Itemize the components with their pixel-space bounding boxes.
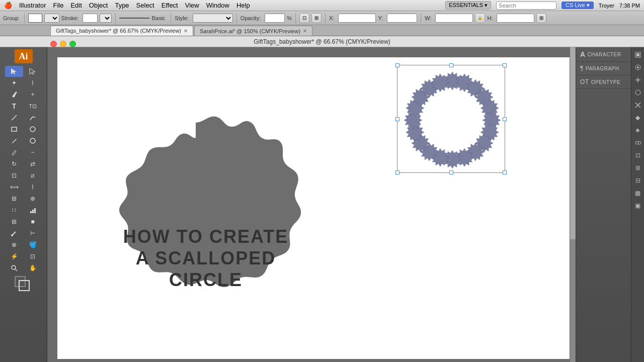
- vertical-scrollbar[interactable]: [570, 47, 576, 362]
- rotate-tool[interactable]: ↻: [5, 158, 23, 169]
- tab-gifttags[interactable]: GiftTags_babyshower* @ 66.67% (CMYK/Prev…: [50, 26, 193, 36]
- panel-btn-3[interactable]: [632, 74, 643, 85]
- panel-btn-7[interactable]: ♣: [632, 125, 643, 136]
- menu-file[interactable]: File: [53, 2, 63, 9]
- tab-sarahprice[interactable]: SarahPrice.ai* @ 150% (CMYK/Preview) ✕: [194, 26, 312, 36]
- width-tool[interactable]: ⟺: [5, 182, 23, 193]
- rectangle-tool[interactable]: [5, 124, 23, 135]
- crop-tool[interactable]: ⊡: [24, 251, 42, 262]
- cs-live-btn[interactable]: CS Live ▾: [561, 2, 594, 9]
- transform-btn[interactable]: ⊞: [311, 13, 321, 23]
- panel-btn-2[interactable]: [632, 62, 643, 73]
- handle-tr[interactable]: [503, 63, 507, 67]
- document-title-bar: GiftTags_babyshower* @ 66.67% (CMYK/Prev…: [0, 36, 644, 47]
- shear-tool[interactable]: ⧄: [24, 170, 42, 181]
- area-type-tool[interactable]: T⊡: [24, 101, 42, 112]
- zoom-tool[interactable]: [5, 262, 23, 274]
- menu-illustrator[interactable]: Illustrator: [19, 2, 46, 9]
- lock-proportions-btn[interactable]: 🔒: [475, 13, 485, 23]
- y-input[interactable]: 5.111 in: [387, 14, 417, 23]
- opentype-label[interactable]: OT OPENTYPE: [580, 78, 627, 85]
- paragraph-label[interactable]: ¶ PARAGRAPH: [580, 65, 627, 72]
- type-tool[interactable]: T: [5, 101, 23, 112]
- mesh-tool[interactable]: ⊞: [5, 216, 23, 227]
- lasso-tool[interactable]: ⌇: [24, 77, 42, 88]
- scrollbar-thumb-v[interactable]: [570, 47, 576, 239]
- pencil-tool[interactable]: [5, 147, 23, 158]
- panel-btn-11[interactable]: ⊟: [632, 175, 643, 186]
- menu-effect[interactable]: Effect: [162, 2, 178, 9]
- panel-btn-1[interactable]: [632, 49, 643, 60]
- ellipse-tool[interactable]: [24, 124, 42, 135]
- free-transform-tool[interactable]: ⊞: [5, 193, 23, 204]
- panel-btn-9[interactable]: ⊡: [632, 150, 643, 161]
- live-paint-tool[interactable]: 🪣: [24, 239, 42, 250]
- opentype-icon: OT: [580, 78, 589, 85]
- magic-wand-tool[interactable]: ✦: [5, 77, 23, 88]
- close-btn[interactable]: [50, 41, 57, 47]
- maximize-btn[interactable]: [69, 41, 76, 47]
- handle-bc[interactable]: [449, 170, 453, 174]
- menu-view[interactable]: View: [185, 2, 199, 9]
- tab-close-sarahprice[interactable]: ✕: [303, 28, 307, 34]
- stroke-input[interactable]: [83, 14, 98, 23]
- smooth-tool[interactable]: ~: [24, 147, 42, 158]
- scale-tool[interactable]: ⊡: [5, 170, 23, 181]
- add-anchor-tool[interactable]: +: [24, 89, 42, 100]
- menu-help[interactable]: Help: [236, 2, 250, 9]
- panel-btn-4[interactable]: [632, 87, 643, 98]
- menu-edit[interactable]: Edit: [70, 2, 82, 9]
- warp-tool[interactable]: ⌇: [24, 182, 42, 193]
- menu-object[interactable]: Object: [89, 2, 108, 9]
- tab-close-gifttags[interactable]: ✕: [184, 28, 188, 34]
- handle-tl[interactable]: [395, 63, 399, 67]
- panel-btn-6[interactable]: ◆: [632, 112, 643, 123]
- eyedropper-tool[interactable]: [5, 228, 23, 239]
- x-input[interactable]: 20.9573 in: [338, 14, 376, 23]
- stroke-box[interactable]: [19, 280, 30, 291]
- essentials-btn[interactable]: ESSENTIALS ▾: [445, 1, 491, 10]
- handle-br[interactable]: [503, 170, 507, 174]
- handle-tc[interactable]: [449, 63, 453, 67]
- handle-ml[interactable]: [395, 117, 399, 121]
- column-graph-tool[interactable]: [24, 205, 42, 216]
- puppet-warp-tool[interactable]: ⊕: [24, 193, 42, 204]
- minimize-btn[interactable]: [60, 41, 66, 47]
- hand-tool[interactable]: ✋: [24, 262, 42, 274]
- line-tool[interactable]: [5, 112, 23, 123]
- slice-tool[interactable]: ⚡: [5, 251, 23, 262]
- stroke-select[interactable]: [44, 14, 59, 23]
- h-input[interactable]: 5.2224 in: [497, 14, 534, 23]
- handle-bl[interactable]: [395, 170, 399, 174]
- align-btn[interactable]: ⊡: [299, 13, 309, 23]
- handle-mr[interactable]: [503, 117, 507, 121]
- gradient-tool[interactable]: ■: [24, 216, 42, 227]
- apple-menu[interactable]: 🍎: [4, 2, 12, 9]
- arc-tool[interactable]: [24, 112, 42, 123]
- style-select[interactable]: [193, 14, 233, 23]
- w-input[interactable]: 5.2224 in: [435, 14, 473, 23]
- panel-btn-5[interactable]: [632, 100, 643, 111]
- tool-row-11: ⟺ ⌇: [5, 182, 42, 193]
- menu-window[interactable]: Window: [206, 2, 229, 9]
- blob-brush-tool[interactable]: [24, 135, 42, 146]
- expand-btn[interactable]: ⊞: [536, 13, 546, 23]
- measure-tool[interactable]: ⊢: [24, 228, 42, 239]
- selection-tool[interactable]: [5, 66, 23, 77]
- panel-btn-13[interactable]: ▣: [632, 200, 643, 211]
- panel-btn-10[interactable]: ⊞: [632, 162, 643, 173]
- panel-btn-8[interactable]: [632, 137, 643, 148]
- pen-tool[interactable]: [5, 89, 23, 100]
- menu-select[interactable]: Select: [136, 2, 154, 9]
- symbol-sprayer-tool[interactable]: ∷: [5, 205, 23, 216]
- menu-type[interactable]: Type: [115, 2, 129, 9]
- stroke-unit[interactable]: [100, 14, 112, 23]
- direct-selection-tool[interactable]: [24, 66, 42, 77]
- character-label[interactable]: A CHARACTER: [580, 50, 627, 58]
- panel-btn-12[interactable]: ▦: [632, 188, 643, 199]
- blend-tool[interactable]: ⊗: [5, 239, 23, 250]
- search-input[interactable]: [496, 2, 556, 10]
- reflect-tool[interactable]: ⇄: [24, 158, 42, 169]
- opacity-input[interactable]: 100: [265, 14, 285, 23]
- paintbrush-tool[interactable]: [5, 135, 23, 146]
